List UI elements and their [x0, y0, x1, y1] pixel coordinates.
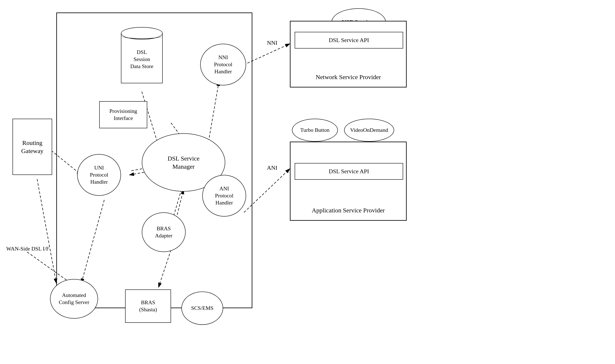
video-on-demand-label: VideoOnDemand [350, 127, 388, 134]
ani-protocol-handler-label: ANI Protocol Handler [215, 185, 233, 206]
uni-protocol-handler: UNI Protocol Handler [77, 154, 121, 196]
nni-label: NNI [267, 39, 277, 46]
provisioning-interface-label: Provisioning Interface [100, 108, 147, 122]
nsp-box: DSL Service API Network Service Provider [290, 21, 407, 88]
automated-config-server: Automated Config Server [50, 279, 98, 319]
automated-config-server-label: Automated Config Server [59, 292, 89, 306]
wan-side-label: WAN-Side DSL I/F [6, 246, 49, 252]
routing-gateway-label: Routing Gateway [13, 139, 52, 155]
dsl-service-api-nsp: DSL Service API [295, 32, 403, 49]
dsl-service-manager-label: DSL Service Manager [168, 154, 199, 170]
bras-shasta-box: BRAS (Shasta) [125, 289, 171, 323]
scs-ems-label: SCS/EMS [191, 305, 213, 312]
dsl-service-api-nsp-label: DSL Service API [329, 37, 369, 43]
asp-box: DSL Service API Application Service Prov… [290, 142, 407, 221]
video-on-demand: VideoOnDemand [344, 119, 394, 142]
dsl-service-api-asp-label: DSL Service API [329, 168, 369, 175]
bras-adapter: BRAS Adapter [142, 212, 186, 252]
dsl-session-data-store-label: DSL Session Data Store [130, 49, 153, 70]
routing-gateway-box: Routing Gateway [13, 119, 52, 175]
dsl-session-data-store-wrapper: DSL Session Data Store [121, 27, 163, 83]
ani-label: ANI [267, 165, 277, 171]
bras-shasta-label: BRAS (Shasta) [139, 299, 157, 313]
ani-protocol-handler: ANI Protocol Handler [202, 175, 246, 217]
dsl-service-api-asp: DSL Service API [295, 163, 403, 180]
nsp-label: Network Service Provider [291, 74, 406, 81]
scs-ems: SCS/EMS [182, 292, 223, 325]
svg-line-3 [37, 179, 56, 283]
diagram: Routing Gateway Provisioning Interface D… [0, 0, 615, 364]
turbo-button: Turbo Button [292, 119, 338, 142]
nni-protocol-handler-label: NNI Protocol Handler [214, 54, 232, 75]
nni-protocol-handler: NNI Protocol Handler [200, 44, 246, 85]
turbo-button-label: Turbo Button [300, 127, 330, 134]
provisioning-interface-box: Provisioning Interface [99, 101, 147, 128]
asp-label: Application Service Provider [291, 207, 406, 214]
bras-adapter-label: BRAS Adapter [155, 225, 172, 239]
uni-protocol-handler-label: UNI Protocol Handler [90, 164, 108, 185]
